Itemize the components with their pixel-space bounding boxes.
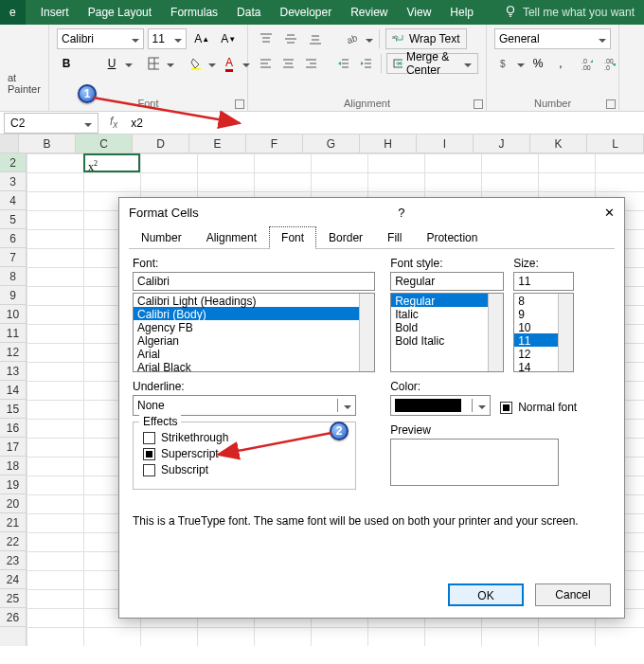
col-header[interactable]: E bbox=[189, 135, 246, 153]
list-item[interactable]: 11 bbox=[514, 333, 558, 347]
list-item[interactable]: 12 bbox=[514, 347, 558, 360]
row-header[interactable]: 4 bbox=[0, 191, 26, 210]
align-center-icon[interactable] bbox=[278, 53, 297, 74]
font-size-input[interactable] bbox=[513, 272, 574, 291]
tab-developer[interactable]: Developer bbox=[270, 0, 341, 25]
bold-button[interactable]: B bbox=[57, 53, 76, 74]
tab-fill[interactable]: Fill bbox=[375, 226, 414, 248]
tab-page-layout[interactable]: Page Layout bbox=[79, 0, 161, 25]
col-header[interactable]: G bbox=[303, 135, 360, 153]
fx-icon[interactable]: fx bbox=[102, 115, 125, 130]
list-item[interactable]: 14 bbox=[514, 360, 558, 372]
col-header[interactable]: B bbox=[19, 135, 76, 153]
align-right-icon[interactable] bbox=[301, 53, 320, 74]
row-header[interactable]: 3 bbox=[0, 172, 26, 191]
align-left-icon[interactable] bbox=[256, 53, 275, 74]
decrease-indent-icon[interactable] bbox=[333, 53, 352, 74]
align-middle-icon[interactable] bbox=[280, 28, 301, 49]
percent-format-icon[interactable]: % bbox=[528, 53, 547, 74]
row-header[interactable]: 14 bbox=[0, 381, 26, 400]
border-caret-icon[interactable] bbox=[167, 57, 174, 70]
font-style-input[interactable] bbox=[390, 272, 504, 291]
row-header[interactable]: 8 bbox=[0, 267, 26, 286]
list-item[interactable]: Arial Black bbox=[134, 360, 359, 372]
row-header[interactable]: 16 bbox=[0, 419, 26, 438]
size-listbox[interactable]: 8910111214 bbox=[513, 293, 574, 372]
row-header[interactable]: 18 bbox=[0, 457, 26, 476]
comma-format-icon[interactable]: , bbox=[551, 53, 570, 74]
number-format-combo[interactable]: General bbox=[494, 28, 611, 49]
col-header[interactable]: K bbox=[530, 135, 587, 153]
subscript-checkbox[interactable]: Subscript bbox=[143, 463, 346, 476]
list-item[interactable]: 9 bbox=[514, 307, 558, 320]
row-header[interactable]: 22 bbox=[0, 532, 26, 551]
number-dialog-launcher[interactable] bbox=[606, 99, 616, 109]
col-header[interactable]: H bbox=[360, 135, 417, 153]
ok-button[interactable]: OK bbox=[448, 583, 524, 606]
increase-indent-icon[interactable] bbox=[356, 53, 375, 74]
row-header[interactable]: 13 bbox=[0, 362, 26, 381]
col-header[interactable]: C bbox=[76, 135, 133, 153]
row-header[interactable]: 15 bbox=[0, 400, 26, 419]
list-item[interactable]: Bold bbox=[391, 320, 488, 333]
list-item[interactable]: Bold Italic bbox=[391, 333, 488, 347]
font-size-combo[interactable]: 11 bbox=[148, 28, 188, 49]
list-item[interactable]: 10 bbox=[514, 320, 558, 333]
list-item[interactable]: Algerian bbox=[134, 333, 359, 347]
format-painter-button[interactable]: at Painter bbox=[8, 72, 41, 95]
strike-hidden[interactable] bbox=[80, 53, 98, 74]
col-header[interactable]: L bbox=[587, 135, 644, 153]
name-box[interactable]: C2 bbox=[4, 113, 98, 134]
tab-protection[interactable]: Protection bbox=[414, 226, 490, 248]
row-header[interactable]: 25 bbox=[0, 589, 26, 608]
list-item[interactable]: Regular bbox=[391, 294, 488, 307]
wrap-text-button[interactable]: ab Wrap Text bbox=[385, 28, 467, 49]
border-button[interactable] bbox=[144, 53, 163, 74]
list-item[interactable]: Calibri (Body) bbox=[134, 307, 359, 320]
select-all-corner[interactable] bbox=[0, 135, 19, 153]
underline-caret-icon[interactable] bbox=[125, 57, 133, 70]
col-header[interactable]: J bbox=[474, 135, 530, 153]
decrease-decimal-icon[interactable]: .00.0 bbox=[600, 53, 619, 74]
row-header[interactable]: 9 bbox=[0, 286, 26, 305]
accounting-format-icon[interactable]: $ bbox=[494, 53, 513, 74]
decrease-font-icon[interactable]: A▼ bbox=[217, 28, 240, 49]
underline-button[interactable]: U bbox=[102, 53, 121, 74]
tab-insert[interactable]: Insert bbox=[31, 0, 79, 25]
font-dialog-launcher[interactable] bbox=[235, 99, 244, 109]
list-item[interactable]: Calibri Light (Headings) bbox=[134, 294, 359, 307]
row-header[interactable]: 12 bbox=[0, 343, 26, 362]
row-header[interactable]: 23 bbox=[0, 551, 26, 570]
tab-number[interactable]: Number bbox=[129, 226, 194, 248]
dialog-help-button[interactable]: ? bbox=[385, 206, 418, 220]
cancel-button[interactable]: Cancel bbox=[535, 583, 611, 606]
normal-font-checkbox[interactable]: Normal font bbox=[500, 401, 577, 414]
tab-help[interactable]: Help bbox=[440, 0, 483, 25]
row-header[interactable]: 6 bbox=[0, 229, 26, 248]
list-item[interactable]: Arial bbox=[134, 347, 359, 360]
alignment-dialog-launcher[interactable] bbox=[474, 99, 483, 109]
scrollbar[interactable] bbox=[488, 294, 503, 371]
col-header[interactable]: F bbox=[246, 135, 303, 153]
tab-data[interactable]: Data bbox=[227, 0, 270, 25]
fill-caret-icon[interactable] bbox=[208, 57, 216, 70]
superscript-checkbox[interactable]: Superscript bbox=[143, 447, 346, 460]
row-header[interactable]: 26 bbox=[0, 608, 26, 627]
list-item[interactable]: 8 bbox=[514, 294, 558, 307]
row-header[interactable]: 19 bbox=[0, 476, 26, 494]
tab-view[interactable]: View bbox=[398, 0, 441, 25]
tab-font[interactable]: Font bbox=[269, 226, 316, 249]
list-item[interactable]: Italic bbox=[391, 307, 488, 320]
tab-file[interactable]: e bbox=[0, 0, 26, 25]
row-header[interactable]: 7 bbox=[0, 248, 26, 267]
selected-cell[interactable]: x2 bbox=[83, 153, 140, 172]
row-header[interactable]: 5 bbox=[0, 210, 26, 229]
row-header[interactable]: 21 bbox=[0, 513, 26, 532]
row-header[interactable]: 2 bbox=[0, 153, 26, 172]
increase-decimal-icon[interactable]: .0.00 bbox=[578, 53, 597, 74]
row-header[interactable]: 10 bbox=[0, 305, 26, 324]
dialog-close-button[interactable]: ✕ bbox=[604, 206, 615, 220]
fill-color-button[interactable] bbox=[186, 53, 205, 74]
font-name-combo[interactable]: Calibri bbox=[57, 28, 144, 49]
align-top-icon[interactable] bbox=[256, 28, 277, 49]
